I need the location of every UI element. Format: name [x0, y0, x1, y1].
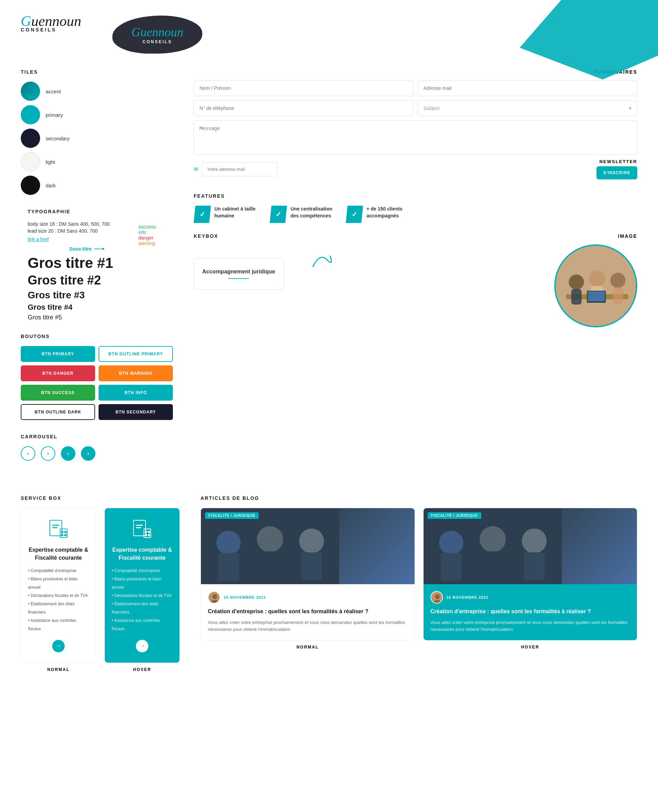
- teal-shape: [520, 0, 658, 80]
- blog-content-normal: 16 NOVEMBRE 2021 Création d'entreprise :…: [201, 584, 415, 640]
- btn-secondary[interactable]: BTN SECONDARY: [99, 404, 173, 420]
- teal-splash-decoration: [520, 0, 658, 80]
- btn-info[interactable]: BTN INFO: [99, 385, 173, 401]
- link-example[interactable]: link a href: [28, 236, 124, 242]
- btn-outline-primary[interactable]: BTN OUTLINE PRIMARY: [99, 346, 173, 362]
- btn-primary[interactable]: BTN PRIMARY: [21, 346, 95, 362]
- tile-label-light: light: [45, 159, 55, 165]
- blog-avatar-hover: [431, 591, 443, 604]
- feature-3: ✓ + de 150 clients accompagnés: [346, 206, 412, 223]
- feature-check-1: ✓: [194, 206, 211, 223]
- blog-article-title-hover: Création d'entreprise : quelles sont les…: [431, 608, 630, 615]
- sous-titre-wrapper: Sous-titre: [69, 246, 124, 252]
- keybox-section: KEYBOX Accompagnement juridique: [194, 233, 409, 290]
- logo-dark-subtitle: CONSEILS: [132, 39, 183, 44]
- service-card-normal: Expertise comptable & Fiscalité courante…: [21, 508, 96, 663]
- feature-text-2: Une centralisation des compétences: [290, 206, 335, 219]
- tile-light: light: [21, 152, 180, 172]
- service-list-item-3: • Déclarations fiscales et de TVA: [28, 591, 89, 600]
- team-image: [554, 244, 637, 327]
- service-list-hover-item-5: • Assistance aux contrôles fiscaux: [112, 616, 172, 633]
- svg-rect-7: [613, 287, 623, 304]
- people-illustration: [556, 246, 636, 326]
- blog-image-normal: FISCALITÉ / JURIDIQUE: [201, 508, 415, 584]
- svg-rect-20: [136, 527, 141, 528]
- blog-image-hover: FISCALITÉ / JURIDIQUE: [423, 508, 637, 584]
- svg-rect-28: [218, 553, 239, 581]
- button-grid: BTN PRIMARY BTN OUTLINE PRIMARY BTN DANG…: [21, 346, 173, 420]
- tile-circle-accent: [21, 81, 40, 101]
- feature-text-1: Un cabinet à taille humaine: [215, 206, 259, 219]
- blog-excerpt-hover: Vous allez créer votre entreprise procha…: [431, 619, 630, 634]
- newsletter-email-input[interactable]: [202, 162, 278, 176]
- blog-normal-label: NORMAL: [201, 645, 415, 649]
- blog-date-hover: 16 NOVEMBRE 2021: [446, 595, 489, 599]
- btn-outline-dark[interactable]: BTN OUTLINE DARK: [21, 404, 95, 420]
- service-icon-normal: [48, 518, 69, 539]
- typography-section: TYPOGRAPHIE body size 18 : DM Sans 400, …: [21, 209, 180, 323]
- service-arrow-hover[interactable]: →: [136, 640, 148, 652]
- keybox-title: KEYBOX: [194, 233, 409, 239]
- tile-primary: primary: [21, 105, 180, 124]
- svg-rect-12: [52, 527, 57, 528]
- svg-rect-21: [144, 529, 151, 538]
- logo-light: Guennoun CONSEILS: [21, 14, 81, 33]
- gros-titre-1: Gros titre #1: [28, 255, 124, 271]
- form-grid: Subject ▾: [194, 80, 637, 155]
- nom-input[interactable]: [194, 80, 414, 96]
- service-cards: Expertise comptable & Fiscalité courante…: [21, 508, 180, 672]
- service-list-hover: • Comptabilité d'entreprise • Bilans pro…: [112, 566, 172, 633]
- sinscrire-button[interactable]: S'INSCRIRE: [597, 166, 637, 179]
- blog-article-title-normal: Création d'entreprise : quelles sont les…: [208, 608, 408, 615]
- people-photo: [556, 246, 636, 326]
- carousel-next-filled[interactable]: ›: [81, 446, 96, 461]
- sous-titre-dash: [94, 249, 101, 249]
- typography-content: body size 18 : DM Sans 400, 500, 700 lea…: [28, 221, 180, 323]
- tiles-title: TILES: [21, 69, 180, 75]
- carousel-prev-filled[interactable]: ‹: [61, 446, 75, 461]
- service-list-hover-item-3: • Déclarations fiscales et de TVA: [112, 591, 172, 600]
- service-box-title: SERVICE BOX: [21, 495, 180, 501]
- svg-point-29: [257, 526, 283, 552]
- service-card-hover-wrapper: Expertise comptable & Fiscalité courante…: [104, 508, 180, 672]
- email-input[interactable]: [418, 80, 638, 96]
- carousel-prev-outline[interactable]: ‹: [21, 446, 35, 461]
- svg-rect-32: [301, 552, 322, 580]
- btn-success[interactable]: BTN SUCCESS: [21, 385, 95, 401]
- tel-input[interactable]: [194, 100, 414, 116]
- chevron-down-icon: ▾: [629, 105, 631, 111]
- carousel-next-outline[interactable]: ›: [41, 446, 55, 461]
- carrousel-controls: ‹ › ‹ ›: [21, 446, 180, 461]
- newsletter-input-area: ✉: [194, 162, 278, 176]
- btn-danger[interactable]: BTN DANGER: [21, 365, 95, 381]
- service-list-normal: • Comptabilité d'entreprise • Bilans pro…: [28, 566, 89, 633]
- service-card-title-hover: Expertise comptable & Fiscalité courante: [112, 546, 172, 562]
- svg-rect-9: [588, 291, 605, 301]
- keybox-image-row: KEYBOX Accompagnement juridique IMAGE: [194, 233, 637, 327]
- svg-rect-24: [145, 534, 147, 536]
- svg-rect-14: [61, 531, 63, 533]
- svg-rect-22: [145, 531, 147, 533]
- tile-circle-secondary: [21, 128, 40, 148]
- status-danger: danger: [138, 235, 180, 241]
- subject-select[interactable]: Subject ▾: [418, 100, 638, 116]
- svg-rect-13: [60, 529, 67, 538]
- blog-content-hover: 16 NOVEMBRE 2021 Création d'entreprise :…: [423, 584, 637, 640]
- subject-placeholder: Subject: [423, 105, 440, 111]
- blog-card-hover-wrapper: FISCALITÉ / JURIDIQUE: [423, 508, 638, 649]
- accounting-icon-hover: [132, 518, 152, 539]
- status-labels: success info danger warning: [138, 224, 180, 246]
- gros-titre-4: Gros titre #4: [28, 303, 124, 312]
- blog-hover-label: HOVER: [423, 645, 638, 649]
- tile-label-secondary: secondary: [45, 136, 69, 141]
- service-hover-label: HOVER: [104, 667, 180, 672]
- features-section: FEATURES ✓ Un cabinet à taille humaine ✓…: [194, 193, 637, 223]
- service-arrow-normal[interactable]: →: [52, 640, 65, 652]
- btn-warning[interactable]: BTN WARNING: [99, 365, 173, 381]
- service-list-hover-item-2: • Bilans provisoires et bilan annuel: [112, 575, 172, 591]
- blog-avatar-normal: [208, 591, 220, 604]
- svg-rect-19: [136, 525, 143, 526]
- message-textarea[interactable]: [194, 120, 637, 155]
- logo-subtitle-light: CONSEILS: [21, 27, 57, 33]
- feature-2: ✓ Une centralisation des compétences: [270, 206, 335, 223]
